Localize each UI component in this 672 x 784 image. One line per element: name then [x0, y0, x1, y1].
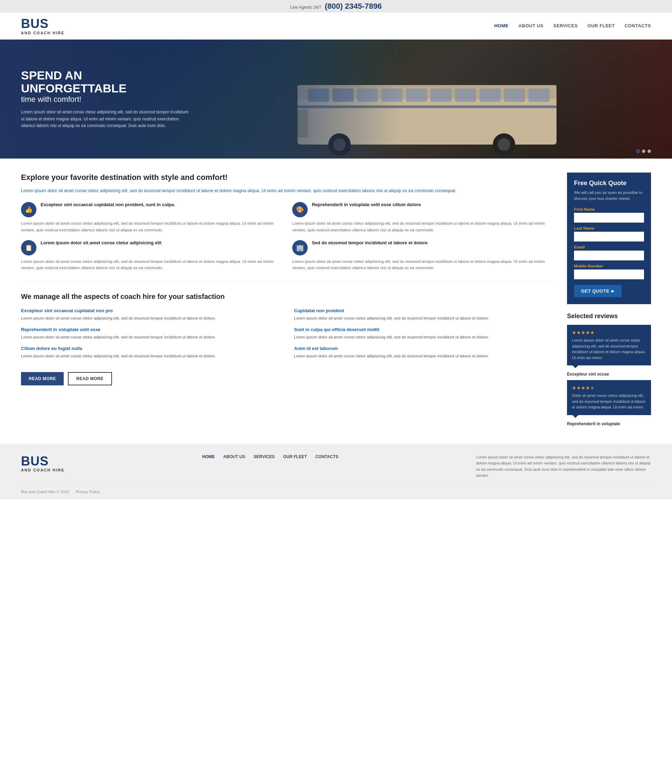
feature-1-header: 👍 Excepteur sint occaecat cupidatat non …: [21, 202, 285, 217]
svg-rect-11: [529, 89, 549, 102]
manage-item-2-desc: Lorem ipsum dolor sit amet conse ctetur …: [21, 334, 283, 340]
manage-item-3-desc: Lorem ipsum dolor sit amet conse ctetur …: [21, 353, 283, 359]
feature-4-title: Sed do eiusmod tempor incididunt ut labo…: [312, 240, 428, 246]
live-agents-text: Live Agents 24/7: [290, 5, 321, 10]
hero-dot-1[interactable]: [636, 149, 640, 153]
get-quote-button[interactable]: GET QUOTE: [574, 285, 622, 297]
manage-item-1-title: Excepteur sint occaecat cupidatat non pr…: [21, 308, 283, 313]
phone-number[interactable]: (800) 2345-7896: [325, 2, 382, 11]
quote-title: Free Quick Quote: [574, 180, 644, 187]
manage-buttons: READ MORE READ MORE: [21, 372, 557, 385]
hero-heading-2: time with comfort!: [21, 95, 189, 104]
hero-dot-2[interactable]: [642, 149, 646, 153]
review-2-author: Reprehenderit in voluptate: [567, 422, 651, 426]
feature-2-header: 🎨 Reprehenderit in voluptate velit esse …: [292, 202, 557, 217]
feature-4-icon: 🏢: [292, 240, 308, 255]
firstname-input[interactable]: [574, 213, 644, 222]
nav-home[interactable]: HOME: [494, 23, 509, 28]
email-input[interactable]: [574, 250, 644, 260]
footer-nav-home[interactable]: HOME: [202, 454, 215, 459]
footer-logo-sub: AND COACH HIRE: [21, 468, 65, 472]
feature-3-icon: 📋: [21, 240, 36, 255]
manage-item-5-desc: Lorem ipsum dolor sit amet conse ctetur …: [294, 334, 557, 340]
footer-description: Lorem ipsum dolor sit amet conse ctetur …: [476, 454, 651, 479]
review-1-author: Excepteur sint occae: [567, 372, 651, 376]
review-card-1: ★★★★★ Lorem ipsum dolor sit amet conse c…: [567, 325, 651, 366]
footer-nav-contacts[interactable]: CONTACTS: [315, 454, 338, 459]
read-more-button-1[interactable]: READ MORE: [21, 372, 64, 385]
mobile-input[interactable]: [574, 269, 644, 279]
quote-subtitle: We will call you as soon as possible to …: [574, 190, 644, 202]
explore-title: Explore your favorite destination with s…: [21, 173, 557, 183]
footer: BUS AND COACH HIRE HOME ABOUT US SERVICE…: [0, 444, 672, 499]
features-grid: 👍 Excepteur sint occaecat cupidatat non …: [21, 202, 557, 271]
svg-rect-10: [504, 89, 525, 102]
hero-section: SPEND AN UNFORGETTABLE time with comfort…: [0, 40, 672, 159]
manage-item-3-title: Cillum dolore eu fugiat nulla: [21, 346, 283, 351]
footer-nav-services[interactable]: SERVICES: [254, 454, 274, 459]
footer-nav-fleet[interactable]: OUR FLEET: [283, 454, 307, 459]
feature-3-title: Lorem ipsum dolor sit amet conse ctetur …: [40, 240, 161, 246]
read-more-button-2[interactable]: READ MORE: [68, 372, 112, 385]
reviews-title: Selected reviews: [567, 313, 651, 320]
nav-contacts[interactable]: CONTACTS: [625, 23, 651, 28]
manage-columns: Excepteur sint occaecat cupidatat non pr…: [21, 308, 557, 365]
footer-nav-about[interactable]: ABOUT US: [223, 454, 245, 459]
feature-2-icon: 🎨: [292, 202, 308, 217]
hero-pagination: [636, 149, 651, 153]
main-content: Explore your favorite destination with s…: [0, 159, 672, 444]
top-bar: Live Agents 24/7 (800) 2345-7896: [0, 0, 672, 12]
manage-item-6-desc: Lorem ipsum dolor sit amet conse ctetur …: [294, 353, 557, 359]
manage-item-4: Cupidatat non proident Lorem ipsum dolor…: [294, 308, 557, 321]
manage-item-5-title: Sunt in culpa qui officia deserunt molli…: [294, 327, 557, 332]
hero-heading-1: SPEND AN UNFORGETTABLE: [21, 69, 189, 95]
manage-item-2-title: Reprehenderit in voluptate velit esse: [21, 327, 283, 332]
feature-3-desc: Lorem ipsum dolor sit amet conse ctetur …: [21, 258, 285, 271]
manage-col-right: Cupidatat non proident Lorem ipsum dolor…: [294, 308, 557, 365]
manage-item-6-title: Anim id est laborum: [294, 346, 557, 351]
review-card-2: ★★★★★ Dolor sit amet conse ctetur adipis…: [567, 380, 651, 415]
review-2-text: Dolor sit amet conse ctetur adipisicing …: [572, 393, 646, 410]
lastname-input[interactable]: [574, 232, 644, 241]
footer-nav: HOME ABOUT US SERVICES OUR FLEET CONTACT…: [202, 454, 338, 459]
feature-4: 🏢 Sed do eiusmod tempor incididunt ut la…: [292, 240, 557, 271]
feature-2-desc: Lorem ipsum dolor sit amet conse ctetur …: [292, 220, 557, 233]
logo: BUS AND COACH HIRE: [21, 17, 65, 35]
manage-title: We manage all the aspects of coach hire …: [21, 292, 557, 301]
header: BUS AND COACH HIRE HOME ABOUT US SERVICE…: [0, 12, 672, 40]
manage-item-1: Excepteur sint occaecat cupidatat non pr…: [21, 308, 283, 321]
feature-1: 👍 Excepteur sint occaecat cupidatat non …: [21, 202, 285, 233]
hero-content: SPEND AN UNFORGETTABLE time with comfort…: [21, 69, 189, 129]
feature-1-desc: Lorem ipsum dolor sit amet conse ctetur …: [21, 220, 285, 233]
feature-4-desc: Lorem ipsum dolor sit amet conse ctetur …: [292, 258, 557, 271]
manage-item-3: Cillum dolore eu fugiat nulla Lorem ipsu…: [21, 346, 283, 359]
footer-privacy-link[interactable]: Privacy Policy: [76, 490, 100, 494]
svg-rect-9: [479, 89, 501, 102]
manage-section: We manage all the aspects of coach hire …: [21, 282, 557, 385]
manage-col-left: Excepteur sint occaecat cupidatat non pr…: [21, 308, 283, 365]
footer-logo-main: BUS: [21, 454, 65, 468]
feature-4-header: 🏢 Sed do eiusmod tempor incididunt ut la…: [292, 240, 557, 255]
svg-point-15: [498, 138, 510, 151]
footer-copyright: Bus and Coach Hire © 2014.: [21, 490, 70, 494]
nav-fleet[interactable]: OUR FLEET: [588, 23, 615, 28]
lastname-label: Last Name: [574, 226, 644, 230]
quote-box: Free Quick Quote We will call you as soo…: [567, 173, 651, 305]
manage-item-1-desc: Lorem ipsum dolor sit amet conse ctetur …: [21, 315, 283, 321]
feature-1-icon: 👍: [21, 202, 36, 217]
manage-item-6: Anim id est laborum Lorem ipsum dolor si…: [294, 346, 557, 359]
nav-about[interactable]: ABOUT US: [518, 23, 544, 28]
main-nav: HOME ABOUT US SERVICES OUR FLEET CONTACT…: [494, 23, 651, 28]
manage-item-4-desc: Lorem ipsum dolor sit amet conse ctetur …: [294, 315, 557, 321]
content-left: Explore your favorite destination with s…: [21, 173, 557, 430]
footer-top: BUS AND COACH HIRE HOME ABOUT US SERVICE…: [21, 454, 651, 479]
hero-dot-3[interactable]: [647, 149, 651, 153]
nav-services[interactable]: SERVICES: [553, 23, 578, 28]
feature-2: 🎨 Reprehenderit in voluptate velit esse …: [292, 202, 557, 233]
svg-rect-6: [406, 89, 427, 102]
footer-logo: BUS AND COACH HIRE: [21, 454, 65, 473]
svg-rect-7: [431, 89, 451, 102]
manage-item-2: Reprehenderit in voluptate velit esse Lo…: [21, 327, 283, 340]
logo-sub: AND COACH HIRE: [21, 31, 65, 35]
svg-rect-8: [455, 89, 476, 102]
